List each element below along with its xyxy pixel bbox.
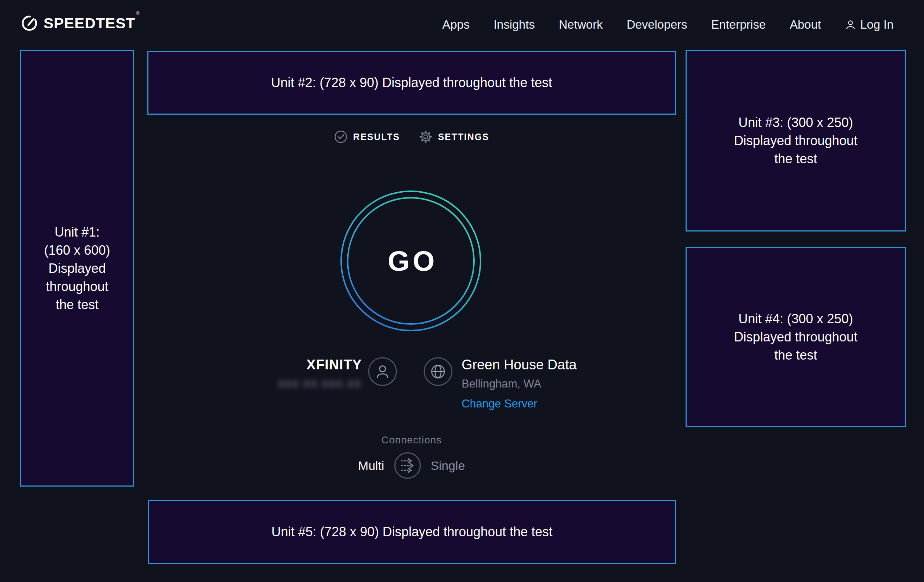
connections-toggle[interactable] [394, 452, 421, 479]
ad-unit-5-text: Unit #5: (728 x 90) Displayed throughout… [271, 523, 553, 541]
tab-results[interactable]: RESULTS [334, 130, 400, 144]
isp-info: XFINITY 888.88.888.88 [278, 357, 362, 390]
nav-item-insights[interactable]: Insights [493, 18, 535, 31]
server-info: Green House Data Bellingham, WA Change S… [462, 357, 577, 411]
connections-multi-option[interactable]: Multi [358, 458, 384, 473]
connections-toggle-row: Multi Single [147, 452, 676, 479]
logo-text: SPEEDTEST® [43, 15, 139, 32]
results-settings-tabs: RESULTS SETTINGS [147, 130, 676, 144]
server-badge [423, 357, 453, 386]
nav-item-apps[interactable]: Apps [442, 18, 470, 31]
change-server-link[interactable]: Change Server [462, 397, 577, 411]
nav-item-network[interactable]: Network [559, 18, 603, 31]
gauge-icon [21, 15, 38, 32]
globe-icon [423, 357, 453, 386]
isp-masked-ip: 888.88.888.88 [278, 378, 362, 390]
user-icon [845, 19, 856, 30]
ad-unit-5[interactable]: Unit #5: (728 x 90) Displayed throughout… [148, 500, 676, 564]
ad-unit-2-text: Unit #2: (728 x 90) Displayed throughout… [271, 74, 552, 92]
multi-connections-icon [394, 452, 421, 479]
settings-label: SETTINGS [438, 132, 489, 142]
ad-unit-2[interactable]: Unit #2: (728 x 90) Displayed throughout… [147, 51, 676, 115]
login-label: Log In [860, 18, 894, 31]
go-label: GO [340, 190, 482, 331]
connections-single-option[interactable]: Single [431, 458, 465, 473]
nav-item-developers[interactable]: Developers [627, 18, 687, 31]
connections-label: Connections [147, 434, 676, 446]
gear-icon [419, 130, 432, 144]
ad-unit-4[interactable]: Unit #4: (300 x 250) Displayed throughou… [686, 247, 906, 427]
nav-item-about[interactable]: About [790, 18, 821, 31]
person-icon [368, 357, 398, 386]
go-button[interactable]: GO [340, 190, 482, 331]
login-button[interactable]: Log In [845, 18, 894, 31]
tab-settings[interactable]: SETTINGS [419, 130, 489, 144]
ad-unit-4-text: Unit #4: (300 x 250) Displayed throughou… [734, 310, 857, 364]
ad-unit-3-text: Unit #3: (300 x 250) Displayed throughou… [734, 114, 857, 168]
ad-unit-3[interactable]: Unit #3: (300 x 250) Displayed throughou… [686, 50, 906, 231]
server-name: Green House Data [462, 357, 577, 373]
isp-name: XFINITY [278, 357, 362, 373]
speedtest-page: SPEEDTEST® Apps Insights Network Develop… [0, 0, 924, 582]
isp-badge [368, 357, 398, 386]
results-label: RESULTS [353, 132, 400, 142]
trademark-symbol: ® [136, 10, 140, 16]
ad-unit-1-text: Unit #1: (160 x 600) Displayed throughou… [44, 223, 110, 314]
top-nav: Apps Insights Network Developers Enterpr… [442, 15, 894, 34]
ad-unit-1[interactable]: Unit #1: (160 x 600) Displayed throughou… [20, 50, 134, 486]
server-location: Bellingham, WA [462, 378, 577, 391]
check-circle-icon [334, 130, 348, 144]
nav-item-enterprise[interactable]: Enterprise [711, 18, 766, 31]
speedtest-logo[interactable]: SPEEDTEST® [21, 15, 139, 32]
